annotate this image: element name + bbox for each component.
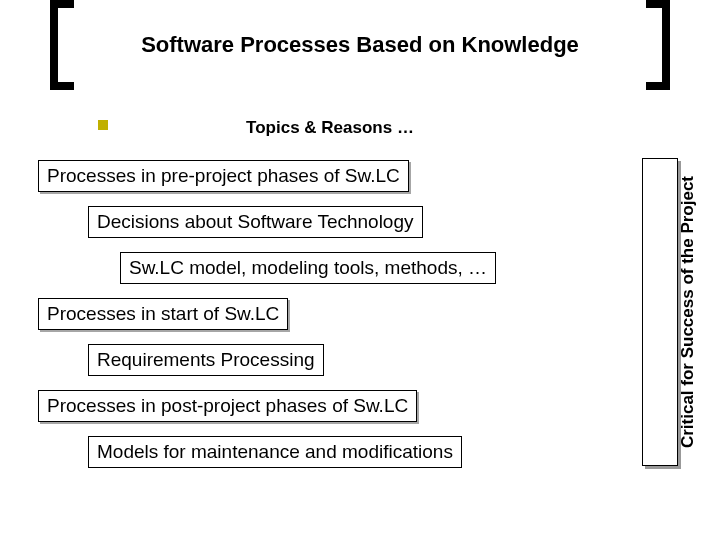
box-pre-project: Processes in pre-project phases of Sw.LC bbox=[38, 160, 409, 192]
box-post-project: Processes in post-project phases of Sw.L… bbox=[38, 390, 417, 422]
title-bar: Software Processes Based on Knowledge bbox=[50, 20, 670, 70]
sidebar-box bbox=[642, 158, 678, 466]
slide-title: Software Processes Based on Knowledge bbox=[74, 32, 646, 58]
box-requirements: Requirements Processing bbox=[88, 344, 324, 376]
sidebar-label: Critical for Success of the Project bbox=[678, 158, 698, 466]
bracket-right-icon bbox=[646, 0, 670, 90]
box-maintenance: Models for maintenance and modifications bbox=[88, 436, 462, 468]
box-decisions: Decisions about Software Technology bbox=[88, 206, 423, 238]
box-start: Processes in start of Sw.LC bbox=[38, 298, 288, 330]
slide-subtitle: Topics & Reasons … bbox=[0, 118, 660, 138]
content-area: Processes in pre-project phases of Sw.LC… bbox=[38, 160, 608, 482]
box-swlc-model: Sw.LC model, modeling tools, methods, … bbox=[120, 252, 496, 284]
bracket-left-icon bbox=[50, 0, 74, 90]
